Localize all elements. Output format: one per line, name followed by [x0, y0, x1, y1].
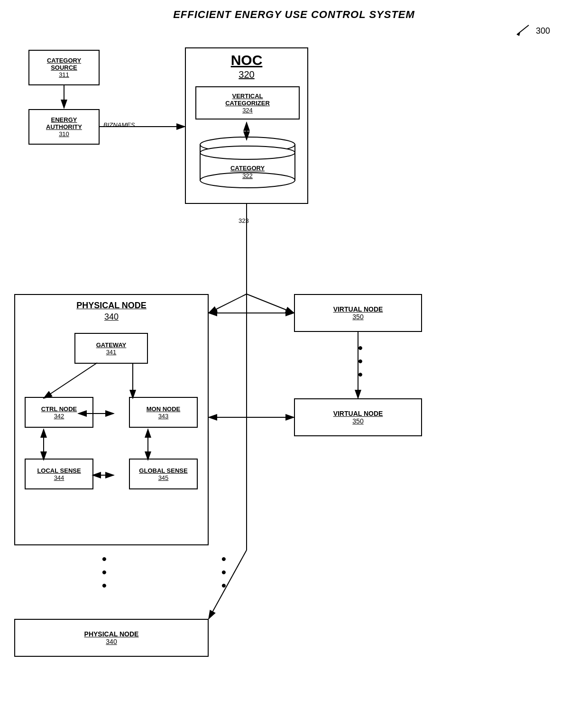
virtual-node-2-box: VIRTUAL NODE 350	[294, 398, 422, 436]
energy-auth-number: 310	[59, 130, 69, 138]
virtual-node-1-box: VIRTUAL NODE 350	[294, 294, 422, 332]
global-sense-number: 345	[158, 474, 169, 481]
local-sense-label: LOCAL SENSE	[37, 467, 81, 474]
dots-bottom-left: •••	[102, 552, 108, 592]
energy-authority-box: ENERGYAUTHORITY 310	[28, 109, 100, 145]
ref-arrow-svg	[514, 23, 533, 37]
gateway-inner-box: GATEWAY 341	[74, 333, 148, 364]
svg-line-26	[209, 550, 247, 619]
phys-node-large-number: 340	[104, 312, 119, 322]
physical-node-large-box: PHYSICAL NODE 340 GATEWAY 341 CTRL NODE …	[14, 294, 209, 545]
ctrl-node-label: CTRL NODE	[41, 405, 77, 413]
diagram-title: EFFICIENT ENERGY USE CONTROL SYSTEM	[173, 9, 415, 21]
vert-cat-label: VERTICALCATEGORIZER	[225, 92, 270, 107]
vert-cat-inner-box: VERTICALCATEGORIZER 324	[195, 86, 300, 120]
phys-node-large-label: PHYSICAL NODE	[76, 301, 147, 311]
ctrl-node-number: 342	[54, 413, 64, 420]
virt-node-1-label: VIRTUAL NODE	[333, 305, 383, 313]
local-sense-number: 344	[54, 474, 64, 481]
ref-323: 323	[239, 217, 249, 224]
energy-auth-label: ENERGYAUTHORITY	[46, 116, 82, 130]
mon-node-inner-box: MON NODE 343	[129, 397, 198, 428]
ctrl-node-inner-box: CTRL NODE 342	[25, 397, 93, 428]
global-sense-label: GLOBAL SENSE	[139, 467, 187, 474]
svg-line-15	[209, 294, 247, 313]
svg-text:322: 322	[242, 172, 253, 179]
vert-cat-number: 324	[242, 107, 253, 114]
virt-node-2-number: 350	[352, 417, 363, 425]
gateway-label: GATEWAY	[96, 341, 127, 349]
svg-line-0	[517, 25, 529, 35]
gateway-number: 341	[106, 349, 117, 356]
global-sense-inner-box: GLOBAL SENSE 345	[129, 459, 198, 489]
virt-node-1-number: 350	[352, 313, 363, 321]
ref-number: 300	[536, 26, 550, 36]
virt-node-2-label: VIRTUAL NODE	[333, 410, 383, 417]
mon-node-label: MON NODE	[147, 405, 181, 413]
mon-node-number: 343	[158, 413, 169, 420]
dots-right-top: •••	[358, 341, 364, 381]
phys-node-bottom-label: PHYSICAL NODE	[84, 630, 139, 638]
local-sense-inner-box: LOCAL SENSE 344	[25, 459, 93, 489]
noc-label: NOC	[231, 52, 263, 68]
noc-number: 320	[239, 69, 254, 80]
diagram-container: EFFICIENT ENERGY USE CONTROL SYSTEM 300 …	[0, 0, 588, 708]
cat-source-label: CATEGORYSOURCE	[47, 57, 81, 71]
phys-node-bottom-number: 340	[106, 638, 117, 645]
physical-node-bottom-box: PHYSICAL NODE 340	[14, 619, 209, 657]
biznames-label: BIZNAMES	[103, 121, 135, 129]
category-db-svg: CATEGORY 322	[195, 136, 300, 188]
svg-point-4	[200, 146, 295, 159]
category-source-box: CATEGORYSOURCE 311	[28, 50, 100, 85]
noc-box: NOC 320 VERTICALCATEGORIZER 324 CATEGORY…	[185, 47, 308, 204]
dots-center-bottom: •••	[221, 552, 227, 592]
cat-source-number: 311	[59, 71, 69, 78]
svg-line-16	[247, 294, 294, 313]
svg-text:CATEGORY: CATEGORY	[230, 165, 265, 172]
